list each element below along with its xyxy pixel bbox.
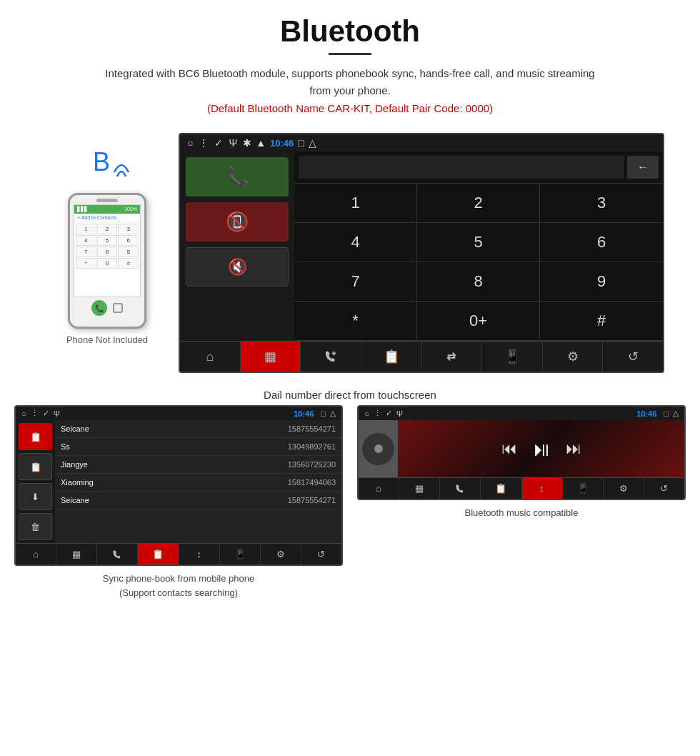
music-nav-bar: ⌂ ▦ 📋 ↕ 📱 ⚙ ↺ — [359, 477, 684, 499]
pb-contacts-list: Seicane 15875554271 Ss 13049892761 Jiang… — [55, 420, 341, 543]
dial-key-star[interactable]: * — [294, 302, 417, 341]
prev-track-button[interactable]: ⏮ — [501, 439, 517, 458]
play-pause-button[interactable]: ⏯ — [531, 437, 551, 461]
mute-button[interactable]: 🔇 — [186, 247, 289, 287]
pb-sidebar-delete[interactable]: 🗑 — [19, 513, 52, 540]
music-nav-back[interactable]: ↺ — [644, 478, 684, 499]
pb-sidebar-download[interactable]: ⬇ — [19, 483, 52, 510]
music-content: ⏮ ⏯ ⏭ — [359, 420, 684, 477]
pb-nav-contacts[interactable]: 📋 — [138, 544, 179, 564]
music-status-bar: ○ ⋮ ✓ Ψ 10:46 □ △ — [359, 407, 684, 420]
nav-home[interactable]: ⌂ — [180, 342, 241, 372]
pb-nav-dialpad[interactable]: ▦ — [56, 544, 97, 564]
pb-sidebar-item2[interactable]: 📋 — [19, 453, 52, 480]
nav-call[interactable] — [301, 342, 361, 372]
pb-contact-row-4[interactable]: Xiaoming 15817494063 — [55, 474, 341, 492]
pb-caption-line2: (Support contacts searching) — [119, 587, 238, 598]
end-call-button[interactable]: 📵 — [186, 202, 289, 242]
pb-sidebar-contacts[interactable]: 📋 — [19, 423, 52, 450]
nav-transfer[interactable] — [422, 342, 483, 372]
dial-key-3[interactable]: 3 — [540, 184, 663, 223]
next-track-button[interactable]: ⏭ — [566, 439, 581, 458]
dial-key-5[interactable]: 5 — [417, 223, 540, 262]
dial-input-row: ← — [294, 151, 663, 183]
nav-settings[interactable]: ⚙ — [543, 342, 604, 372]
music-nav-dialpad[interactable]: ▦ — [399, 478, 440, 499]
pb-contact-row-1[interactable]: Seicane 15875554271 — [55, 420, 341, 438]
dial-grid: 1 2 3 4 5 6 7 8 9 * 0+ # — [294, 183, 663, 341]
pb-contact-row-3[interactable]: Jiangye 13560725230 — [55, 456, 341, 474]
music-nav-contacts[interactable]: 📋 — [481, 478, 521, 499]
dial-key-0[interactable]: 0+ — [417, 302, 540, 341]
wifi-waves-icon — [111, 151, 132, 184]
pb-status-bar: ○ ⋮ ✓ Ψ 10:46 □ △ — [16, 407, 341, 420]
pb-nav-bar: ⌂ ▦ 📋 ↕ 📱 ⚙ ↺ — [16, 543, 341, 564]
pb-nav-home[interactable]: ⌂ — [16, 544, 56, 564]
phone-add-contacts-label: + Add to Contacts — [74, 214, 140, 222]
phone-key-8: 8 — [97, 247, 118, 257]
backspace-button[interactable]: ← — [627, 156, 659, 179]
music-player-controls: ⏮ ⏯ ⏭ — [398, 420, 684, 477]
phone-battery-icon: 100% — [124, 207, 137, 212]
dial-key-1[interactable]: 1 — [294, 184, 417, 223]
end-call-icon: 📵 — [226, 211, 249, 233]
pb-caption: Sync phone-book from mobile phone (Suppo… — [14, 566, 343, 600]
phone-key-star: * — [76, 258, 96, 269]
phonebook-screen-wrapper: ○ ⋮ ✓ Ψ 10:46 □ △ 📋 📋 ⬇ 🗑 Seicane — [14, 405, 343, 600]
dial-key-hash[interactable]: # — [540, 302, 663, 341]
menu-icon: ⋮ — [199, 137, 209, 149]
nav-contacts[interactable]: 📋 — [361, 342, 422, 372]
pb-status-time: 10:46 — [294, 409, 314, 418]
pb-nav-call[interactable] — [97, 544, 138, 564]
music-nav-settings[interactable]: ⚙ — [604, 478, 644, 499]
music-screen-wrapper: ○ ⋮ ✓ Ψ 10:46 □ △ ⏮ ⏯ ⏭ — [357, 405, 686, 600]
phone-key-6: 6 — [118, 235, 139, 246]
phone-key-2: 2 — [97, 224, 118, 234]
music-nav-call[interactable] — [440, 478, 481, 499]
dial-key-8[interactable]: 8 — [417, 262, 540, 302]
top-section: B ▋▋▋ 100% + Add to Contacts 1 2 — [0, 133, 700, 373]
dial-input-box[interactable] — [299, 156, 624, 179]
dial-key-9[interactable]: 9 — [540, 262, 663, 302]
pb-contact-row-5[interactable]: Seicane 15875554271 — [55, 492, 341, 509]
pb-usb-icon: Ψ — [54, 409, 60, 418]
pb-nav-back[interactable]: ↺ — [301, 544, 341, 564]
pb-contact-name-5: Seicane — [61, 496, 89, 504]
phone-signal-icon: ▋▋▋ — [77, 207, 88, 212]
main-nav-bar: ⌂ ▦ 📋 📱 ⚙ ↺ — [180, 341, 663, 372]
music-nav-home[interactable]: ⌂ — [359, 478, 399, 499]
call-button[interactable]: 📞 — [186, 157, 289, 197]
dial-key-6[interactable]: 6 — [540, 223, 663, 262]
phone-home-button — [113, 303, 123, 313]
bottom-section: ○ ⋮ ✓ Ψ 10:46 □ △ 📋 📋 ⬇ 🗑 Seicane — [0, 405, 700, 614]
phone-container: B ▋▋▋ 100% + Add to Contacts 1 2 — [36, 133, 179, 345]
music-nav-phone[interactable]: 📱 — [563, 478, 604, 499]
music-menu-icon: ⋮ — [374, 409, 381, 418]
pb-contact-name-1: Seicane — [61, 424, 89, 433]
phone-key-hash: # — [118, 258, 139, 269]
phone-key-1: 1 — [76, 224, 96, 234]
dial-key-7[interactable]: 7 — [294, 262, 417, 302]
dial-key-4[interactable]: 4 — [294, 223, 417, 262]
dialpad-left: 📞 📵 🔇 — [180, 151, 294, 341]
nav-back[interactable]: ↺ — [603, 342, 663, 372]
phone-speaker — [96, 199, 118, 202]
pb-contact-number-4: 15817494063 — [288, 478, 336, 487]
music-nav-active[interactable]: ↕ — [522, 478, 563, 499]
music-back-icon: △ — [673, 409, 679, 418]
pb-nav-settings[interactable]: ⚙ — [261, 544, 301, 564]
pb-nav-transfer[interactable]: ↕ — [179, 544, 220, 564]
music-screen: ○ ⋮ ✓ Ψ 10:46 □ △ ⏮ ⏯ ⏭ — [357, 405, 686, 500]
car-dialpad-screen: ○ ⋮ ✓ Ψ ✱ ▲ 10:46 □ △ 📞 — [179, 133, 664, 373]
pb-nav-phone[interactable]: 📱 — [220, 544, 261, 564]
dial-key-2[interactable]: 2 — [417, 184, 540, 223]
nav-dialpad[interactable]: ▦ — [241, 342, 301, 372]
circle-icon: ○ — [187, 137, 193, 149]
wifi-status-icon: ▲ — [256, 137, 266, 149]
phone-mock: ▋▋▋ 100% + Add to Contacts 1 2 3 4 5 6 7… — [68, 193, 146, 329]
music-circle-icon: ○ — [364, 409, 369, 418]
nav-phone[interactable]: 📱 — [482, 342, 543, 372]
phone-dialpad: 1 2 3 4 5 6 7 8 9 * 0 # — [74, 222, 140, 270]
usb-icon: Ψ — [229, 137, 237, 149]
pb-contact-row-2[interactable]: Ss 13049892761 — [55, 438, 341, 456]
